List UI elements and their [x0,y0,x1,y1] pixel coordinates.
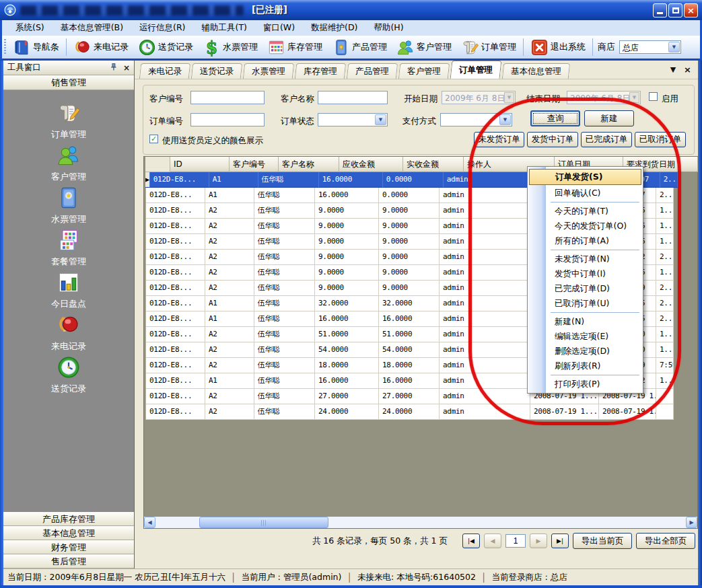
context-menu-item-10[interactable]: 已取消订单(U) [529,296,641,311]
export-current-page-button[interactable]: 导出当前页 [573,533,632,549]
sidebar-group-3[interactable]: 售后管理 [3,554,134,568]
tab-客户管理[interactable]: 客户管理 [398,63,450,79]
page-number-input[interactable] [505,534,526,548]
filter-status-button-1[interactable]: 发货中订单 [527,132,578,147]
menubar-item-1[interactable]: 基本信息管理(B) [52,21,131,35]
store-combobox[interactable]: 总店 ▼ [619,40,681,54]
sidebar-item-customers[interactable]: 客户管理 [3,143,134,186]
context-menu-item-14[interactable]: 删除选定项(D) [529,344,641,359]
end-date-picker[interactable]: 2009年 6月 8日 ▼ [567,91,641,104]
close-tool-window-icon[interactable]: × [123,63,130,73]
tab-来电记录[interactable]: 来电记录 [139,63,190,79]
table-cell: 16.0000 [315,188,379,203]
prev-page-button[interactable]: ◀ [484,534,501,548]
menubar-item-6[interactable]: 帮助(H) [365,21,411,35]
first-page-button[interactable]: |◀ [462,534,480,548]
customer-name-input[interactable] [318,91,388,104]
column-header[interactable]: 应收金额 [339,157,403,172]
context-menu-item-13[interactable]: 编辑选定项(E) [529,329,641,344]
query-button[interactable]: 查询 [530,110,580,126]
sidebar-group-1[interactable]: 基本信息管理 [3,526,134,540]
tab-产品管理[interactable]: 产品管理 [347,63,398,79]
filter-status-button-0[interactable]: 未发货订单 [474,132,524,147]
tab-close-icon[interactable]: × [684,65,691,75]
scrollbar-thumb[interactable] [199,517,328,528]
sidebar-item-chart[interactable]: 今日盘点 [3,270,134,313]
column-header[interactable]: 客户名称 [279,157,339,172]
toolbar-order-button[interactable]: 订单管理 [456,37,521,57]
customer-no-input[interactable] [190,91,265,104]
scrollbar-track[interactable] [155,517,686,528]
column-header[interactable]: 实收金额 [403,157,464,172]
column-header[interactable]: ID [170,157,230,172]
sidebar-group-2[interactable]: 财务管理 [3,540,134,554]
sidebar-item-call[interactable]: 来电记录 [3,313,134,355]
sidebar-item-package[interactable]: 套餐管理 [3,228,134,270]
context-menu-item-0[interactable]: 订单发货(S) [529,169,641,185]
context-menu-item-1[interactable]: 回单确认(C) [529,186,641,200]
courier-color-checkbox[interactable]: ✓ [149,135,158,143]
filter-status-button-2[interactable]: 已完成订单 [581,132,632,147]
context-menu-item-4[interactable]: 今天的发货订单(O) [529,219,641,233]
toolbar-call-button[interactable]: 来电记录 [69,37,133,57]
pin-icon[interactable] [109,63,118,73]
maximize-button[interactable] [668,3,682,17]
tab-水票管理[interactable]: 水票管理 [243,63,294,79]
row-selector[interactable]: ▶ [145,172,150,188]
close-button[interactable]: × [684,3,698,17]
menubar-item-0[interactable]: 系统(S) [7,21,52,35]
chevron-down-icon[interactable]: ▼ [375,114,386,125]
column-header[interactable]: 客户编号 [230,157,279,172]
context-menu-item-17[interactable]: 打印列表(P) [529,377,641,392]
context-menu-item-5[interactable]: 所有的订单(A) [529,233,641,248]
chevron-down-icon[interactable]: ▼ [668,42,680,52]
tab-基本信息管理[interactable]: 基本信息管理 [502,63,570,79]
sidebar-item-order[interactable]: 订单管理 [3,101,134,143]
enable-date-checkbox[interactable] [649,92,658,101]
horizontal-scrollbar[interactable]: ◀ ▶ [144,517,697,528]
toolbar-grip[interactable] [4,39,6,55]
scroll-left-icon[interactable]: ◀ [144,517,155,528]
last-page-button[interactable]: ▶| [551,534,569,548]
toolbar-dollar-button[interactable]: $水票管理 [198,37,262,57]
menubar-item-5[interactable]: 数据维护(D) [303,21,365,35]
table-cell: 伍华聪 [254,188,315,203]
scroll-right-icon[interactable]: ▶ [686,517,697,528]
next-page-button[interactable]: ▶ [530,534,547,548]
context-menu-item-7[interactable]: 未发货订单(N) [529,252,641,266]
table-row[interactable]: 012D-E8...A2伍华聪24.000024.0000admin2008-0… [145,404,698,420]
toolbar-clock-button[interactable]: 送货记录 [133,37,198,57]
pay-method-select[interactable]: ▼ [440,113,512,126]
sidebar-group-0[interactable]: 产品库存管理 [3,512,134,526]
new-button[interactable]: 新建 [584,110,634,126]
context-menu-item-8[interactable]: 发货中订单(I) [529,266,641,281]
tab-scroll-down-icon[interactable]: ▼ [670,65,676,74]
toolbar-customers-button[interactable]: 客户管理 [392,37,456,57]
filter-status-button-3[interactable]: 已取消订单 [635,132,686,147]
context-menu-item-3[interactable]: 今天的订单(T) [529,204,641,219]
toolbar-calendar-button[interactable]: 库存管理 [262,37,327,57]
menubar-item-2[interactable]: 运行信息(R) [131,21,193,35]
column-header[interactable] [680,157,698,172]
chevron-down-icon[interactable]: ▼ [499,114,511,125]
sidebar-section-sales[interactable]: 销售管理 [3,75,134,90]
minimize-button[interactable] [653,3,667,17]
toolbar-navbar-button[interactable]: 导航条 [8,37,64,57]
order-no-input[interactable] [190,113,265,126]
menubar-item-4[interactable]: 窗口(W) [255,21,303,35]
tab-订单管理[interactable]: 订单管理 [450,61,502,79]
toolbar-exit-button[interactable]: 退出系统 [526,37,590,57]
menubar-item-3[interactable]: 辅助工具(T) [194,21,255,35]
menu-separator [551,312,639,313]
tab-送货记录[interactable]: 送货记录 [191,63,242,79]
toolbar-product-button[interactable]: 产品管理 [327,37,392,57]
context-menu-item-12[interactable]: 新建(N) [529,314,641,329]
tab-库存管理[interactable]: 库存管理 [295,63,346,79]
export-all-pages-button[interactable]: 导出全部页 [636,533,695,549]
sidebar-item-ticket[interactable]: 水票管理 [3,186,134,228]
order-status-select[interactable]: ▼ [318,113,388,126]
context-menu-item-9[interactable]: 已完成订单(D) [529,281,641,296]
sidebar-item-clock[interactable]: 送货记录 [3,355,134,398]
context-menu-item-15[interactable]: 刷新列表(R) [529,359,641,373]
start-date-picker[interactable]: 2009年 6月 8日 ▼ [442,91,516,104]
